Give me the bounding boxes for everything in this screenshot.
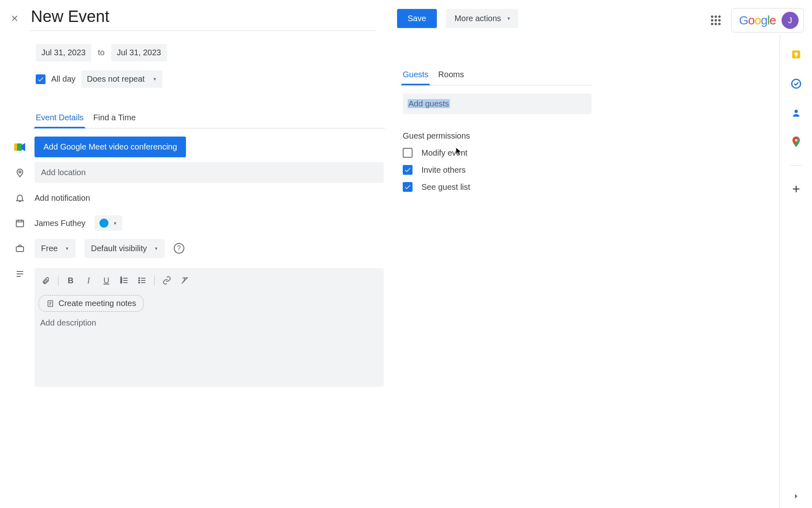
svg-point-8: [138, 278, 140, 279]
attach-file-button[interactable]: [38, 272, 54, 289]
guest-permissions-title: Guest permissions: [403, 131, 592, 141]
visibility-help-icon[interactable]: ?: [174, 243, 184, 254]
description-icon: [14, 269, 26, 279]
create-meeting-notes-button[interactable]: Create meeting notes: [39, 295, 144, 312]
end-date-chip[interactable]: Jul 31, 2023: [111, 44, 167, 61]
perm-modify-checkbox[interactable]: [403, 148, 412, 158]
italic-button[interactable]: I: [80, 272, 97, 289]
google-apps-icon[interactable]: [711, 15, 721, 25]
guests-column: Guests Rooms Add guests Guest permission…: [403, 70, 592, 192]
svg-rect-3: [16, 220, 24, 227]
add-guests-placeholder: Add guests: [408, 99, 450, 108]
svg-rect-4: [16, 247, 24, 252]
add-guests-input[interactable]: Add guests: [403, 93, 592, 114]
formatting-toolbar: B I U 123: [35, 268, 384, 293]
create-meeting-notes-label: Create meeting notes: [58, 299, 136, 308]
clear-formatting-button[interactable]: [177, 272, 193, 289]
close-button[interactable]: [0, 0, 29, 37]
avatar[interactable]: J: [782, 12, 799, 29]
tab-event-details[interactable]: Event Details: [36, 113, 84, 128]
availability-select[interactable]: Free ▼: [35, 239, 76, 258]
tab-guests[interactable]: Guests: [403, 70, 428, 85]
perm-seelist-checkbox[interactable]: [403, 182, 412, 192]
insert-link-button[interactable]: [159, 272, 175, 289]
add-addon-button[interactable]: [790, 183, 802, 195]
maps-icon[interactable]: [790, 136, 802, 148]
all-day-label: All day: [51, 74, 76, 84]
google-account-box[interactable]: Google J: [731, 8, 804, 33]
perm-invite-label: Invite others: [421, 165, 466, 175]
check-icon: [404, 166, 411, 174]
account-area: Google J: [711, 8, 804, 33]
bulleted-list-button[interactable]: [134, 272, 150, 289]
underline-button[interactable]: U: [98, 272, 114, 289]
toolbar-separator: [154, 275, 155, 286]
description-box: B I U 123: [35, 268, 384, 387]
svg-point-9: [138, 280, 140, 281]
chevron-down-icon: ▼: [153, 77, 157, 81]
numbered-list-button[interactable]: 123: [116, 272, 132, 289]
header: Save More actions ▼: [0, 0, 812, 37]
event-details: Add Google Meet video conferencing Add n…: [36, 137, 401, 387]
chevron-down-icon: ▼: [65, 246, 69, 251]
side-panel: [780, 35, 812, 508]
recurrence-select[interactable]: Does not repeat ▼: [81, 70, 162, 88]
bold-button[interactable]: B: [63, 272, 79, 289]
add-google-meet-button[interactable]: Add Google Meet video conferencing: [35, 137, 186, 157]
visibility-label: Default visibility: [91, 244, 147, 253]
google-logo: Google: [739, 13, 776, 27]
svg-point-13: [794, 52, 798, 56]
chevron-down-icon: ▼: [113, 221, 117, 226]
chevron-down-icon: ▼: [154, 246, 158, 251]
svg-point-16: [795, 110, 798, 113]
save-button[interactable]: Save: [397, 9, 437, 28]
visibility-select[interactable]: Default visibility ▼: [84, 239, 165, 258]
perm-invite-checkbox[interactable]: [403, 165, 412, 175]
calendar-color-select[interactable]: ▼: [95, 215, 122, 231]
chevron-down-icon: ▼: [507, 16, 511, 21]
more-actions-label: More actions: [455, 14, 501, 23]
date-row: Jul 31, 2023 to Jul 31, 2023: [36, 44, 771, 61]
check-icon: [404, 183, 411, 191]
to-label: to: [97, 48, 106, 57]
tab-find-a-time[interactable]: Find a Time: [93, 113, 136, 128]
location-icon: [14, 168, 26, 178]
calendar-icon: [14, 218, 26, 228]
close-icon: [10, 14, 19, 23]
location-input[interactable]: [35, 162, 384, 183]
svg-point-17: [795, 139, 797, 141]
notification-icon: [14, 193, 26, 203]
svg-point-10: [138, 282, 140, 283]
svg-point-2: [19, 171, 21, 173]
availability-label: Free: [41, 244, 58, 253]
keep-icon[interactable]: [790, 48, 802, 61]
organizer-name: James Futhey: [35, 219, 86, 228]
add-notification-button[interactable]: Add notification: [35, 193, 90, 203]
svg-rect-14: [795, 55, 796, 57]
tab-rooms[interactable]: Rooms: [438, 70, 464, 85]
event-title-input[interactable]: [29, 6, 376, 31]
guests-tabs: Guests Rooms: [403, 70, 592, 85]
perm-modify-label: Modify event: [421, 148, 467, 158]
briefcase-icon: [14, 243, 26, 253]
all-day-checkbox[interactable]: [36, 74, 45, 84]
toolbar-separator: [58, 275, 58, 286]
color-dot-icon: [99, 219, 108, 228]
contacts-icon[interactable]: [790, 107, 802, 119]
docs-icon: [46, 300, 54, 308]
perm-seelist-label: See guest list: [421, 182, 470, 192]
recurrence-label: Does not repeat: [87, 74, 145, 84]
check-icon: [37, 76, 44, 83]
tasks-icon[interactable]: [790, 78, 802, 90]
meet-icon: [14, 143, 26, 152]
details-tabs: Event Details Find a Time: [36, 113, 385, 128]
svg-rect-1: [17, 143, 22, 151]
start-date-chip[interactable]: Jul 31, 2023: [36, 44, 91, 61]
svg-point-15: [792, 79, 801, 88]
more-actions-button[interactable]: More actions ▼: [446, 9, 518, 28]
description-input[interactable]: Add description: [35, 312, 384, 334]
side-panel-collapse-button[interactable]: [780, 492, 812, 501]
side-panel-divider: [790, 165, 802, 166]
svg-text:3: 3: [121, 281, 122, 284]
